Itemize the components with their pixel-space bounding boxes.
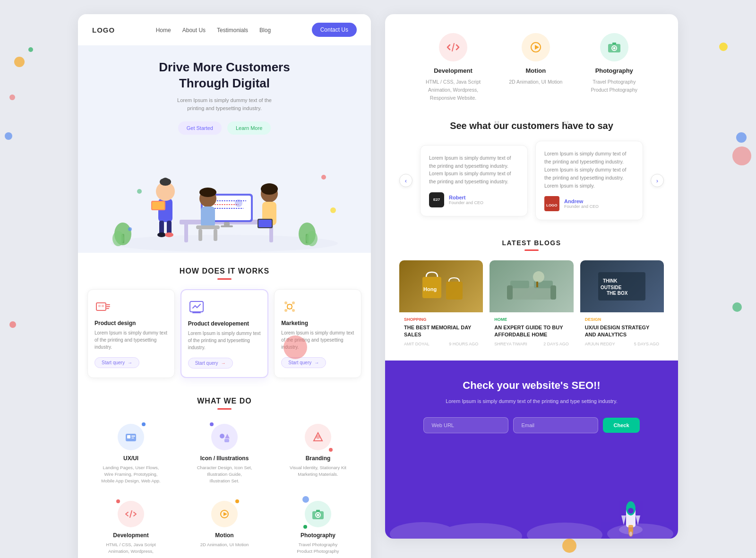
blog-heading-3: UX/UI DESIGN STRATEGY AND ANALYTICS [585, 324, 659, 338]
author-role-1: Founder and CEO [449, 200, 483, 205]
svg-rect-33 [214, 229, 217, 241]
how-section: HOW DOES IT WORKS Pr [78, 253, 371, 387]
web-url-input[interactable] [423, 417, 508, 433]
nav-testimonials[interactable]: Testimonials [217, 27, 248, 34]
svg-point-54 [284, 309, 287, 312]
svg-text:THINK: THINK [603, 278, 618, 283]
svg-rect-31 [196, 225, 220, 229]
service-icons: Icon / Illustrations Character Design, I… [181, 419, 268, 489]
photo-name: Photography [278, 532, 358, 539]
svg-rect-86 [446, 282, 463, 300]
blog-category-3: DESIGN [585, 317, 659, 322]
blog-meta-1: AMIT DOYAL 9 HOURS AGO [404, 342, 478, 346]
get-started-button[interactable]: Get Started [178, 121, 222, 135]
uxui-name: UX/UI [91, 455, 171, 462]
testimonial-author-1: E27 Robert Founder and CEO [429, 192, 519, 207]
svg-marker-106 [621, 515, 626, 525]
right-panel: Development HTML / CSS, Java ScriptAnima… [385, 14, 678, 539]
branding-name: Branding [278, 455, 358, 462]
service-top-photography: Photography Travel PhotographyProduct Ph… [591, 33, 637, 102]
product-dev-icon [188, 299, 205, 316]
motion-name: Motion [185, 532, 264, 539]
how-card-product-design: Product design Lorem Ipsum is simply dum… [87, 289, 175, 378]
svg-point-25 [235, 199, 242, 207]
blog-category-2: HOME [494, 317, 568, 322]
what-we-do-section: WHAT WE DO UX/UI Landing Pa [78, 387, 371, 558]
how-title: HOW DOES IT WORKS [87, 267, 361, 275]
service-top-motion: Motion 2D Animation, UI Motion [509, 33, 562, 102]
blog-card-2: HOME AN EXPERT GUIDE TO BUY AFFORDABLE H… [490, 260, 573, 351]
svg-point-73 [317, 514, 319, 516]
check-button[interactable]: Check [603, 418, 639, 433]
testimonials-prev[interactable]: ‹ [399, 174, 412, 187]
svg-rect-88 [510, 281, 529, 288]
how-card-product-dev: Product developement Lorem Ipsum is simp… [180, 289, 269, 378]
blog-body-3: DESIGN UX/UI DESIGN STRATEGY AND ANALYTI… [580, 312, 664, 351]
svg-point-67 [316, 435, 320, 439]
testimonial-card-2: Lorem Ipsum is simply dummy text of the … [535, 141, 643, 220]
svg-rect-27 [221, 225, 233, 227]
blog-author-3: ARJUN REDDY [585, 342, 615, 346]
svg-rect-66 [224, 439, 229, 442]
dev-desc: HTML / CSS, Java ScriptAnimation, Wordpr… [91, 541, 171, 555]
svg-point-10 [162, 178, 169, 184]
rocket-illustration [612, 489, 650, 539]
blog-time-2: 2 DAYS AGO [543, 342, 568, 346]
dot-accent [329, 448, 333, 452]
contact-us-button[interactable]: Contact Us [312, 23, 357, 37]
svg-point-92 [533, 271, 544, 283]
top-dev-icon [439, 33, 467, 61]
author-info-2: Andrew Founder and CEO [564, 198, 599, 209]
top-motion-name: Motion [509, 67, 562, 74]
svg-point-35 [261, 183, 278, 195]
svg-rect-61 [127, 435, 130, 438]
svg-marker-107 [636, 515, 640, 525]
testimonials-next[interactable]: › [651, 174, 664, 187]
svg-marker-70 [223, 512, 227, 516]
logo: LOGO [92, 26, 115, 34]
start-query-btn-3[interactable]: Start query → [281, 357, 326, 368]
svg-point-42 [137, 189, 142, 194]
blog-category-1: SHOPPING [404, 317, 478, 322]
nav-home[interactable]: Home [156, 27, 171, 34]
svg-point-14 [165, 232, 173, 237]
seo-title: Check your website's SEO!! [404, 379, 659, 392]
svg-rect-44 [98, 305, 101, 307]
top-photo-icon [600, 33, 628, 61]
svg-point-3 [112, 231, 124, 246]
hero-illustration [92, 144, 357, 253]
blogs-section: LATEST BLOGS Hong [385, 230, 678, 361]
photo-desc: Travel PhotographyProduct Photography [278, 541, 358, 555]
dot-accent [303, 525, 307, 529]
svg-point-100 [527, 523, 602, 539]
svg-rect-93 [536, 282, 538, 287]
top-photo-desc: Travel PhotographyProduct Photography [591, 78, 637, 94]
nav-blog[interactable]: Blog [259, 27, 271, 34]
email-input[interactable] [513, 417, 598, 433]
start-query-btn-2[interactable]: Start query → [188, 358, 233, 369]
top-dev-name: Development [426, 67, 481, 74]
blog-heading-2: AN EXPERT GUIDE TO BUY AFFORDABLE HOME [494, 324, 568, 338]
testimonial-text-2: Lorem Ipsum is simply dummy text of the … [544, 150, 634, 189]
svg-point-110 [629, 532, 632, 536]
service-development: Development HTML / CSS, Java ScriptAnima… [87, 496, 174, 558]
nav-about[interactable]: About Us [182, 27, 206, 34]
svg-line-75 [452, 43, 454, 51]
blog-heading-1: THE BEST MEMORIAL DAY SALES [404, 324, 478, 338]
svg-rect-26 [224, 222, 230, 226]
blogs-underline [524, 249, 539, 251]
svg-point-40 [128, 227, 132, 231]
blog-cards: Hong SHOPPING THE BEST MEMORIAL DAY SALE… [399, 260, 664, 351]
svg-point-41 [330, 207, 336, 213]
learn-more-button[interactable]: Learn More [227, 121, 271, 135]
uxui-desc: Landing Pages, User Flows,Wire Framing, … [91, 464, 171, 485]
what-title: WHAT WE DO [87, 397, 361, 405]
navbar: LOGO Home About Us Testimonials Blog Con… [78, 14, 371, 45]
svg-marker-65 [225, 434, 230, 438]
quote-right-icon: " [563, 118, 569, 133]
start-query-btn-1[interactable]: Start query → [94, 357, 139, 368]
how-card-marketing: Marketing Lorem Ipsum is simply dummy te… [274, 289, 361, 378]
svg-point-39 [321, 175, 326, 180]
svg-marker-77 [535, 45, 539, 50]
author-name-1: Robert [449, 195, 483, 200]
